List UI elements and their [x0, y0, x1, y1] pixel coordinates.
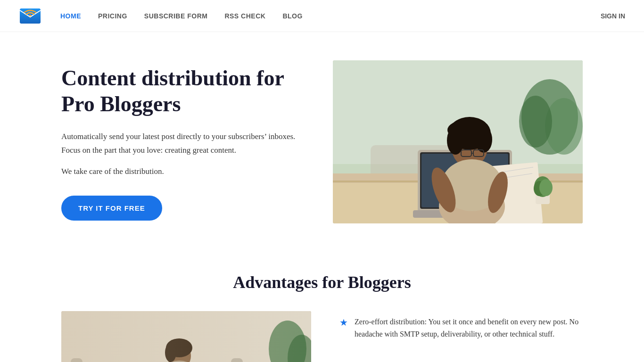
nav-pricing[interactable]: PRICING	[98, 12, 127, 20]
advantages-content: ★ Zero-effort distribution: You set it o…	[61, 311, 583, 362]
hero-image	[333, 60, 583, 223]
svg-rect-42	[71, 358, 83, 362]
svg-point-46	[165, 343, 176, 362]
advantages-image	[61, 311, 311, 362]
hero-section: Content distribution for Pro Bloggers Au…	[0, 32, 644, 254]
nav-links: HOME PRICING SUBSCRIBE FORM RSS CHECK BL…	[60, 12, 601, 20]
hero-content: Content distribution for Pro Bloggers Au…	[61, 65, 305, 221]
advantage-item-1: ★ Zero-effort distribution: You set it o…	[339, 316, 583, 341]
svg-point-34	[539, 179, 553, 196]
advantage-text-1: Zero-effort distribution: You set it onc…	[355, 316, 583, 341]
advantages-title: Advantages for Bloggers	[61, 272, 583, 292]
advantages-list: ★ Zero-effort distribution: You set it o…	[339, 311, 583, 348]
signin-link[interactable]: SIGN IN	[601, 12, 625, 20]
navbar: HOME PRICING SUBSCRIBE FORM RSS CHECK BL…	[0, 0, 644, 32]
hero-image-container	[333, 60, 583, 225]
logo-icon	[19, 5, 41, 27]
nav-rss-check[interactable]: RSS CHECK	[224, 12, 265, 20]
hero-title: Content distribution for Pro Bloggers	[61, 65, 305, 117]
svg-rect-43	[231, 358, 243, 362]
svg-rect-36	[61, 311, 311, 362]
nav-subscribe-form[interactable]: SUBSCRIBE FORM	[144, 12, 208, 20]
hero-subtitle: Automatically send your latest post dire…	[61, 130, 305, 157]
svg-point-50	[269, 321, 306, 362]
star-icon-1: ★	[339, 317, 348, 328]
svg-point-7	[519, 96, 552, 148]
hero-tagline: We take care of the distribution.	[61, 165, 305, 179]
nav-blog[interactable]: BLOG	[282, 12, 302, 20]
svg-point-51	[288, 335, 311, 362]
svg-rect-35	[61, 311, 311, 362]
nav-home[interactable]: HOME	[60, 12, 81, 20]
try-free-button[interactable]: TRY IT FOR FREE	[61, 196, 162, 221]
svg-point-44	[167, 343, 191, 362]
advantages-section: Advantages for Bloggers	[0, 254, 644, 362]
svg-point-45	[166, 338, 192, 357]
logo[interactable]	[19, 5, 41, 27]
svg-point-2	[29, 15, 31, 16]
svg-point-24	[447, 120, 487, 140]
